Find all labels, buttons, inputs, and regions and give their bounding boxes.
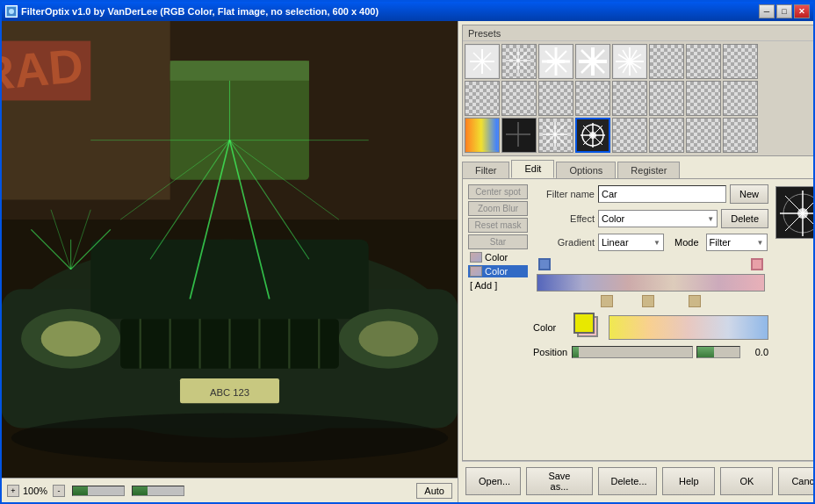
image-area[interactable]: RAD [2,21,458,478]
preset-5[interactable] [612,44,647,79]
gradient-dropdown-arrow: ▼ [653,239,660,247]
preset-2[interactable] [501,44,537,79]
bottom-bar: + 100% - Auto [2,478,458,502]
auto-button[interactable]: Auto [416,483,452,499]
close-button[interactable]: ✕ [794,4,810,18]
tab-options[interactable]: Options [556,162,616,178]
add-label: [ Add ] [470,280,497,291]
color-gradient-preview [609,315,768,340]
preset-10[interactable] [501,81,537,116]
color-label: Color [533,322,568,333]
preset-1[interactable] [465,44,500,79]
preset-13[interactable] [612,81,647,116]
preset-16[interactable] [723,81,758,116]
layer-icon-1 [470,252,482,263]
edit-panel: Center spot Zoom Blur Reset mask Star Co… [462,178,813,461]
color-swatch-fg[interactable] [573,313,595,334]
position-slider-fill-2 [697,347,714,357]
preset-4[interactable] [575,44,610,79]
layer-item-1[interactable]: Color [468,251,528,263]
svg-point-89 [797,208,808,219]
gradient-top-handles [537,256,765,272]
layer-item-2[interactable]: Color [468,265,528,277]
effect-dropdown-arrow: ▼ [707,215,714,223]
position-slider[interactable] [572,346,693,358]
preview-area [774,184,813,455]
title-bar-left: FilterOptix v1.0 by VanDerLee (RGB Color… [5,5,379,18]
title-bar: FilterOptix v1.0 by VanDerLee (RGB Color… [2,2,813,21]
zoom-plus-button[interactable]: + [7,485,19,497]
preset-6[interactable] [649,44,684,79]
minimize-button[interactable]: ─ [759,4,775,18]
preset-20[interactable] [575,118,610,153]
effect-dropdown[interactable]: Color ▼ [598,210,718,227]
maximize-button[interactable]: □ [776,4,792,18]
ok-button[interactable]: OK [720,467,773,495]
tab-register[interactable]: Register [617,162,680,178]
preset-11[interactable] [538,81,573,116]
effect-label: Effect [533,213,595,224]
zoom-blur-button[interactable]: Zoom Blur [468,201,528,216]
position-slider-2[interactable] [696,346,740,358]
preset-22[interactable] [649,118,684,153]
filter-name-row: Filter name New [533,184,768,204]
gradient-handle-bottom-1[interactable] [601,295,613,307]
svg-point-15 [358,320,418,356]
star-button[interactable]: Star [468,234,528,249]
presets-label: Presets [468,28,501,39]
preset-15[interactable] [686,81,721,116]
preset-21[interactable] [612,118,647,153]
gradient-dropdown[interactable]: Linear ▼ [598,234,664,251]
tab-edit[interactable]: Edit [511,160,554,178]
preset-7[interactable] [686,44,721,79]
color-section: Color [533,313,768,342]
bottom-buttons-row: Open... Save as... Delete... Help OK Can… [462,461,813,499]
preset-9[interactable] [465,81,500,116]
gradient-handle-bottom-3[interactable] [689,295,701,307]
delete-button[interactable]: Delete [721,209,768,228]
reset-mask-button[interactable]: Reset mask [468,218,528,233]
right-panel: Presets ▶ [458,21,813,502]
progress-fill [73,486,88,495]
side-buttons: Center spot Zoom Blur Reset mask Star Co… [468,184,528,455]
layer-icon-2 [470,266,482,277]
tab-filter[interactable]: Filter [462,162,509,178]
effect-value: Color [602,213,624,224]
cancel-button[interactable]: Cancel [778,467,813,495]
gradient-handle-left[interactable] [538,258,551,270]
presets-section: Presets ▶ [462,25,813,156]
preset-12[interactable] [575,81,610,116]
filter-name-label: Filter name [533,189,595,199]
svg-point-1 [9,9,14,14]
open-button[interactable]: Open... [465,467,521,495]
progress-bar-2 [132,486,184,496]
save-as-button[interactable]: Save as... [526,467,592,495]
preset-3[interactable] [538,44,573,79]
mode-label: Mode [674,237,699,248]
edit-controls: Filter name New Effect Color ▼ Delete [533,184,768,455]
delete-bottom-button[interactable]: Delete... [598,467,658,495]
zoom-minus-button[interactable]: - [53,485,65,497]
gradient-handle-right[interactable] [751,258,763,270]
gradient-handle-bottom-2[interactable] [642,295,654,307]
preset-18[interactable] [501,118,537,153]
center-spot-button[interactable]: Center spot [468,184,528,199]
new-button[interactable]: New [730,184,768,204]
svg-text:ABC 123: ABC 123 [210,387,249,398]
mode-dropdown[interactable]: Filter ▼ [706,234,768,251]
color-swatches [573,313,603,342]
help-button[interactable]: Help [662,467,715,495]
window-title: FilterOptix v1.0 by VanDerLee (RGB Color… [21,6,379,17]
preset-23[interactable] [686,118,721,153]
preset-17[interactable] [465,118,500,153]
layer-label-2: Color [485,266,508,277]
preset-8[interactable] [723,44,758,79]
preset-14[interactable] [649,81,684,116]
gradient-bar[interactable] [537,274,765,292]
preset-24[interactable] [723,118,758,153]
filter-name-input[interactable] [598,185,726,203]
position-label: Position [533,347,568,357]
preset-19[interactable] [538,118,573,153]
add-button[interactable]: [ Add ] [468,279,528,292]
main-window: FilterOptix v1.0 by VanDerLee (RGB Color… [0,0,815,504]
